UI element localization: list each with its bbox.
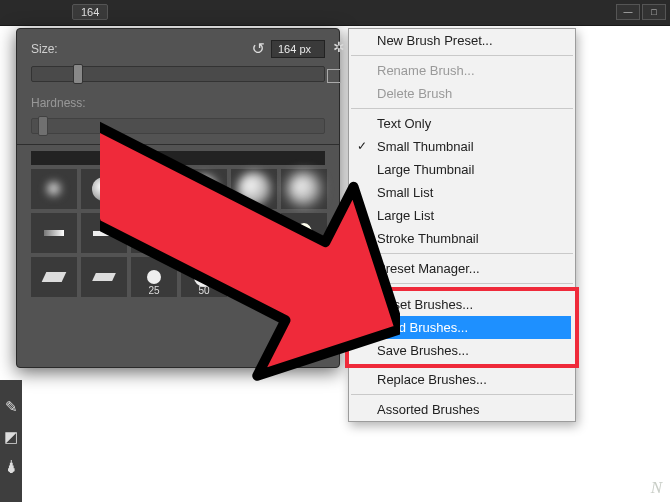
menu-preset-manager[interactable]: Preset Manager... bbox=[349, 257, 575, 280]
brush-preset[interactable] bbox=[231, 169, 277, 209]
menu-new-brush-preset[interactable]: New Brush Preset... bbox=[349, 29, 575, 52]
left-toolstrip: ✎ ◩ 🌢 bbox=[0, 380, 22, 502]
menu-replace-brushes[interactable]: Replace Brushes... bbox=[349, 368, 575, 391]
brush-preset[interactable] bbox=[181, 213, 227, 253]
brush-grid: 25 50 bbox=[31, 165, 325, 297]
app-topbar: 164 — □ bbox=[0, 0, 670, 26]
brush-preset[interactable] bbox=[231, 213, 277, 253]
maximize-button[interactable]: □ bbox=[642, 4, 666, 20]
minimize-button[interactable]: — bbox=[616, 4, 640, 20]
hardness-slider[interactable] bbox=[31, 118, 325, 134]
brush-size-number: 25 bbox=[131, 285, 177, 296]
brush-preset[interactable] bbox=[81, 169, 127, 209]
menu-rename-brush: Rename Brush... bbox=[349, 59, 575, 82]
brush-preset[interactable] bbox=[81, 213, 127, 253]
watermark: N bbox=[651, 478, 664, 498]
menu-separator bbox=[351, 108, 573, 109]
menu-separator bbox=[351, 55, 573, 56]
brush-preset[interactable] bbox=[131, 169, 177, 209]
brush-preset[interactable] bbox=[81, 257, 127, 297]
brush-preset[interactable] bbox=[281, 213, 327, 253]
menu-save-brushes[interactable]: Save Brushes... bbox=[353, 339, 571, 362]
size-slider[interactable] bbox=[31, 66, 325, 82]
brush-preset[interactable] bbox=[281, 169, 327, 209]
dock-icon[interactable] bbox=[327, 69, 341, 83]
menu-small-list[interactable]: Small List bbox=[349, 181, 575, 204]
brush-preset[interactable] bbox=[231, 257, 277, 297]
bucket-tool-icon[interactable]: 🌢 bbox=[4, 458, 19, 475]
brush-scrollbar-top[interactable] bbox=[31, 151, 325, 165]
size-input[interactable]: 164 px bbox=[271, 40, 325, 58]
hardness-label: Hardness: bbox=[31, 96, 91, 110]
menu-separator bbox=[351, 283, 573, 284]
menu-large-list[interactable]: Large List bbox=[349, 204, 575, 227]
menu-separator bbox=[351, 394, 573, 395]
brush-tool-icon[interactable]: ✎ bbox=[5, 398, 18, 416]
menu-load-brushes[interactable]: Load Brushes... bbox=[353, 316, 571, 339]
brush-preset[interactable] bbox=[281, 257, 327, 297]
brush-size-badge[interactable]: 164 bbox=[72, 4, 108, 20]
menu-small-thumbnail[interactable]: Small Thumbnail bbox=[349, 135, 575, 158]
brush-preset[interactable]: 50 bbox=[181, 257, 227, 297]
brush-preset[interactable] bbox=[131, 213, 177, 253]
reset-icon[interactable]: ↻ bbox=[252, 39, 265, 58]
brush-preset[interactable] bbox=[31, 257, 77, 297]
brush-panel: Size: ↻ 164 px ✲ Hardness: bbox=[16, 28, 340, 368]
panel-divider bbox=[17, 144, 339, 145]
size-label: Size: bbox=[31, 42, 91, 56]
menu-stroke-thumbnail[interactable]: Stroke Thumbnail bbox=[349, 227, 575, 250]
menu-separator bbox=[351, 253, 573, 254]
tutorial-highlight-box: Reset Brushes... Load Brushes... Save Br… bbox=[345, 287, 579, 368]
menu-text-only[interactable]: Text Only bbox=[349, 112, 575, 135]
brush-context-menu: New Brush Preset... Rename Brush... Dele… bbox=[348, 28, 576, 422]
brush-preset[interactable] bbox=[31, 169, 77, 209]
menu-delete-brush: Delete Brush bbox=[349, 82, 575, 105]
brush-preset[interactable] bbox=[31, 213, 77, 253]
menu-assorted-brushes[interactable]: Assorted Brushes bbox=[349, 398, 575, 421]
brush-size-number: 50 bbox=[181, 285, 227, 296]
window-buttons: — □ bbox=[616, 4, 666, 20]
brush-preset[interactable]: 25 bbox=[131, 257, 177, 297]
gear-icon[interactable]: ✲ bbox=[333, 39, 345, 55]
menu-reset-brushes[interactable]: Reset Brushes... bbox=[353, 293, 571, 316]
brush-preset[interactable] bbox=[181, 169, 227, 209]
menu-large-thumbnail[interactable]: Large Thumbnail bbox=[349, 158, 575, 181]
eraser-tool-icon[interactable]: ◩ bbox=[4, 428, 18, 446]
